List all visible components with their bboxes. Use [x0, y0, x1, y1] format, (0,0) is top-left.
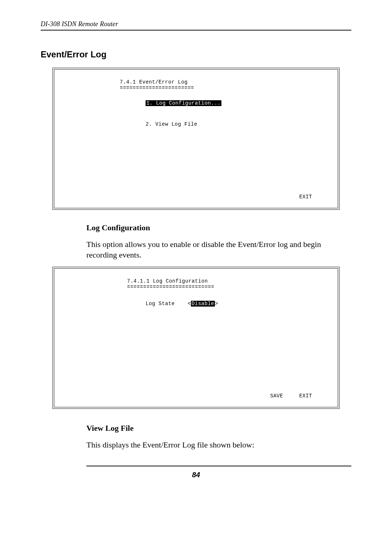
- terminal-screenshot-menu: 7.4.1 Event/Error Log ==================…: [52, 68, 340, 210]
- field-value[interactable]: Disable: [191, 301, 215, 307]
- angle-open: <: [188, 301, 191, 307]
- terminal-rule: =======================: [120, 85, 327, 91]
- menu-item-view-log-file[interactable]: 2. View Log File: [120, 116, 327, 133]
- running-header: DI-308 ISDN Remote Router: [41, 20, 351, 28]
- paragraph: This displays the Event/Error Log file s…: [86, 439, 351, 450]
- paragraph: This option allows you to enable or disa…: [86, 239, 351, 260]
- subheading-log-configuration: Log Configuration: [86, 223, 150, 232]
- field-label: Log State: [146, 301, 175, 307]
- angle-close: >: [215, 301, 218, 307]
- terminal-title: 7.4.1 Event/Error Log: [120, 79, 327, 85]
- terminal-screenshot-log-config: 7.4.1.1 Log Configuration ==============…: [52, 267, 340, 409]
- terminal-title: 7.4.1.1 Log Configuration: [127, 278, 327, 284]
- terminal-rule: ===========================: [127, 284, 327, 290]
- menu-item-log-configuration[interactable]: 1. Log Configuration...: [120, 94, 327, 112]
- footer-rule: [86, 466, 351, 466]
- exit-button[interactable]: EXIT: [299, 194, 312, 200]
- field-row-log-state: Log State <Disable>: [120, 295, 327, 312]
- menu-item-label: 1. Log Configuration...: [146, 100, 221, 106]
- save-exit-buttons[interactable]: SAVE EXIT: [270, 393, 312, 399]
- page-number: 84: [0, 471, 392, 479]
- section-heading: Event/Error Log: [41, 49, 106, 60]
- header-rule: [41, 30, 351, 31]
- menu-item-label: 2. View Log File: [146, 121, 197, 127]
- subheading-view-log-file: View Log File: [86, 424, 134, 433]
